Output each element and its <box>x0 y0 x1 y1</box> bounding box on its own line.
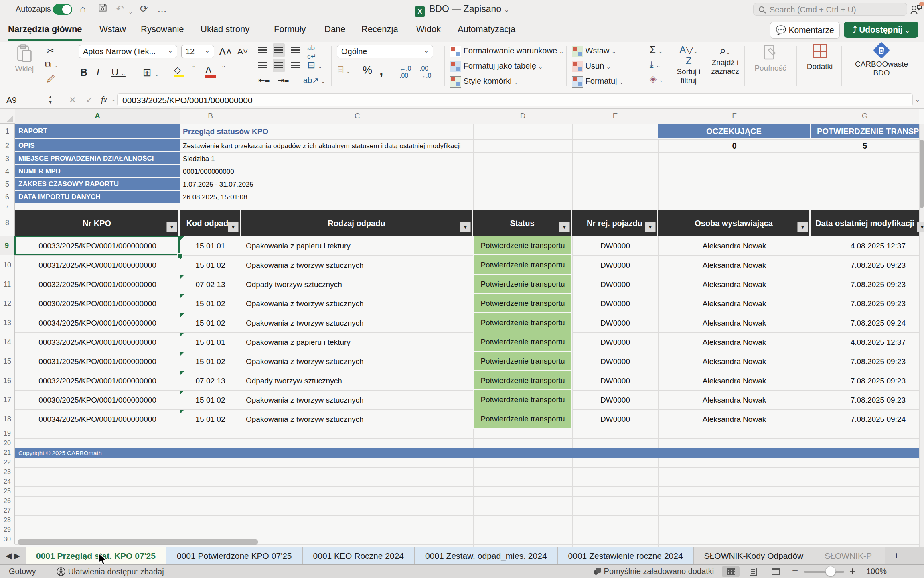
cell-B16[interactable]: 07 02 13 <box>180 371 241 390</box>
row-header-21[interactable]: 21 <box>0 448 15 458</box>
cell-G12[interactable]: 7.08.2025 09:23 <box>811 294 919 313</box>
ribbon-cells-formatuj-button[interactable]: Formatuj ⌄ <box>572 76 624 88</box>
cell-B15[interactable]: 15 01 02 <box>180 352 241 371</box>
row-header-29[interactable]: 29 <box>0 525 15 535</box>
wrap-text-icon[interactable]: abc↵ <box>307 44 316 61</box>
vertical-scrollbar-thumb[interactable] <box>920 140 924 208</box>
cell-C17[interactable]: Opakowania z tworzyw sztucznych <box>241 390 473 409</box>
row-header-24[interactable]: 24 <box>0 477 15 486</box>
cell-E13[interactable]: DW0000 <box>572 313 658 332</box>
zoom-out-button[interactable]: − <box>792 565 798 577</box>
italic-icon[interactable]: I <box>96 67 99 78</box>
ribbon-formatowanie-warunkowe-button[interactable]: Formatowanie warunkowe ⌄ <box>450 46 563 57</box>
confirm-entry-icon[interactable]: ✓ <box>86 92 93 108</box>
ribbon-cells-usuń-button[interactable]: Usuń ⌄ <box>572 61 611 72</box>
row-header-25[interactable]: 25 <box>0 486 15 496</box>
cell-G17[interactable]: 7.08.2025 09:23 <box>811 390 919 409</box>
ribbon-formatuj-jako-tabelę-button[interactable]: Formatuj jako tabelę ⌄ <box>450 61 543 72</box>
cell-B12[interactable]: 15 01 02 <box>180 294 241 313</box>
align-right-icon[interactable] <box>291 60 300 71</box>
ribbon-tab-narz-dzia-g-wne[interactable]: Narzędzia główne <box>8 24 82 41</box>
font-size-select[interactable]: 12⌄ <box>181 45 214 58</box>
cell-A17[interactable]: 00030/2025/KPO/0001/000000000 <box>15 390 180 409</box>
format-painter-icon[interactable]: 🖉 <box>47 74 55 84</box>
select-all-corner[interactable] <box>0 109 15 124</box>
align-center-icon[interactable] <box>273 59 285 72</box>
row-header-30[interactable]: 30 <box>0 535 15 544</box>
cell-F16[interactable]: Aleksandra Nowak <box>658 371 811 390</box>
cell-A16[interactable]: 00032/2025/KPO/0001/000000000 <box>15 371 180 390</box>
clear-icon[interactable]: ◈ ⌄ <box>650 74 663 84</box>
cell-B11[interactable]: 07 02 13 <box>180 275 241 294</box>
addins-button[interactable]: Dodatki <box>800 44 839 71</box>
cell-B13[interactable]: 15 01 02 <box>180 313 241 332</box>
column-header-g[interactable]: G <box>811 109 919 124</box>
ribbon-tab-widok[interactable]: Widok <box>416 24 441 39</box>
cell-B14[interactable]: 15 01 01 <box>180 332 241 352</box>
row-header-11[interactable]: 11 <box>0 275 15 294</box>
cell-F17[interactable]: Aleksandra Nowak <box>658 390 811 409</box>
cell-C10[interactable]: Opakowania z tworzyw sztucznych <box>241 255 473 275</box>
cell-D18[interactable]: Potwierdzenie transportu <box>473 409 572 429</box>
sheet-tab-0001-keo-roczne-2024[interactable]: 0001 KEO Roczne 2024 <box>303 547 415 565</box>
row-header-19[interactable]: 19 <box>0 429 15 438</box>
selection-fill-handle[interactable] <box>177 253 183 258</box>
cell-F18[interactable]: Aleksandra Nowak <box>658 409 811 429</box>
zoom-slider-knob[interactable] <box>825 566 836 576</box>
borders-icon[interactable]: ⊞ ⌄ <box>143 67 159 79</box>
sheet-tab-0001-potwierdzone-kpo-07-25[interactable]: 0001 Potwierdzone KPO 07'25 <box>166 547 303 565</box>
fill-color-icon[interactable]: ◇ <box>174 65 184 77</box>
cell-F9[interactable]: Aleksandra Nowak <box>658 236 811 255</box>
cell-E16[interactable]: DW0000 <box>572 371 658 390</box>
cell-E12[interactable]: DW0000 <box>572 294 658 313</box>
comma-icon[interactable]: , <box>379 63 383 78</box>
cell-A11[interactable]: 00032/2025/KPO/0001/000000000 <box>15 275 180 294</box>
sheet-tab-0001-przegląd-stat-kpo-07-25[interactable]: 0001 Przegląd stat. KPO 07'25 <box>26 547 166 565</box>
zoom-percentage[interactable]: 100% <box>866 567 887 576</box>
align-middle-icon[interactable] <box>273 43 285 57</box>
row-header-5[interactable]: 5 <box>0 178 15 191</box>
cell-D13[interactable]: Potwierdzenie transportu <box>473 313 572 332</box>
cell-A12[interactable]: 00030/2025/KPO/0001/000000000 <box>15 294 180 313</box>
cell-D16[interactable]: Potwierdzenie transportu <box>473 371 572 390</box>
cell-A15[interactable]: 00031/2025/KPO/0001/000000000 <box>15 352 180 371</box>
ribbon-tab-rysowanie[interactable]: Rysowanie <box>141 24 184 39</box>
cell-A18[interactable]: 00034/2025/KPO/0001/000000000 <box>15 409 180 429</box>
filter-button-5[interactable]: ▼ <box>645 222 656 232</box>
underline-icon[interactable]: U ⌄ <box>111 67 126 78</box>
column-header-b[interactable]: B <box>180 109 241 124</box>
column-header-a[interactable]: A <box>15 109 180 125</box>
formula-input[interactable]: 00033/2025/KPO/0001/000000000 <box>117 93 913 106</box>
cell-G18[interactable]: 7.08.2025 09:24 <box>811 409 919 429</box>
cell-C15[interactable]: Opakowania z tworzyw sztucznych <box>241 352 473 371</box>
row-header-23[interactable]: 23 <box>0 467 15 477</box>
vertical-scrollbar[interactable] <box>919 124 924 547</box>
cell-B10[interactable]: 15 01 02 <box>180 255 241 275</box>
zoom-in-button[interactable]: + <box>849 565 855 577</box>
sort-filter-button[interactable]: A▽⌄Z Sortuj i filtruj <box>671 44 706 85</box>
ribbon-tab-uk-ad-strony[interactable]: Układ strony <box>201 24 249 39</box>
column-header-f[interactable]: F <box>658 109 811 124</box>
cell-E11[interactable]: DW0000 <box>572 275 658 294</box>
cell-D11[interactable]: Potwierdzenie transportu <box>473 275 572 294</box>
sheet-tab-nav-arrows[interactable]: ◀ ▶ <box>0 547 26 565</box>
cell-F12[interactable]: Aleksandra Nowak <box>658 294 811 313</box>
cell-D10[interactable]: Potwierdzenie transportu <box>473 255 572 275</box>
row-header-1[interactable]: 1 <box>0 124 15 139</box>
cell-D9[interactable]: Potwierdzenie transportu <box>473 236 572 255</box>
ribbon-tab-formu-y[interactable]: Formuły <box>274 24 306 39</box>
number-format-select[interactable]: Ogólne⌄ <box>337 45 433 58</box>
add-sheet-button[interactable]: + <box>885 547 908 565</box>
row-header-16[interactable]: 16 <box>0 371 15 390</box>
sheet-tab-0001-zestawienie-roczne-2024[interactable]: 0001 Zestawienie roczne 2024 <box>558 547 694 565</box>
font-color-icon[interactable]: A <box>205 65 216 78</box>
formula-bar-collapse-icon[interactable]: ⌄ <box>915 92 920 108</box>
decrease-decimal-icon[interactable]: .00→.0 <box>419 65 431 79</box>
cell-C18[interactable]: Opakowania z tworzyw sztucznych <box>241 409 473 429</box>
cell-D15[interactable]: Potwierdzenie transportu <box>473 352 572 371</box>
accounting-format-icon[interactable]: ⌸ ⌄ <box>338 64 351 75</box>
cell-C12[interactable]: Opakowania z tworzyw sztucznych <box>241 294 473 313</box>
row-header-17[interactable]: 17 <box>0 390 15 409</box>
spreadsheet-grid[interactable]: ABCDEFG123456789101112131415161718192021… <box>0 109 924 547</box>
filter-button-3[interactable]: ▼ <box>460 222 471 232</box>
